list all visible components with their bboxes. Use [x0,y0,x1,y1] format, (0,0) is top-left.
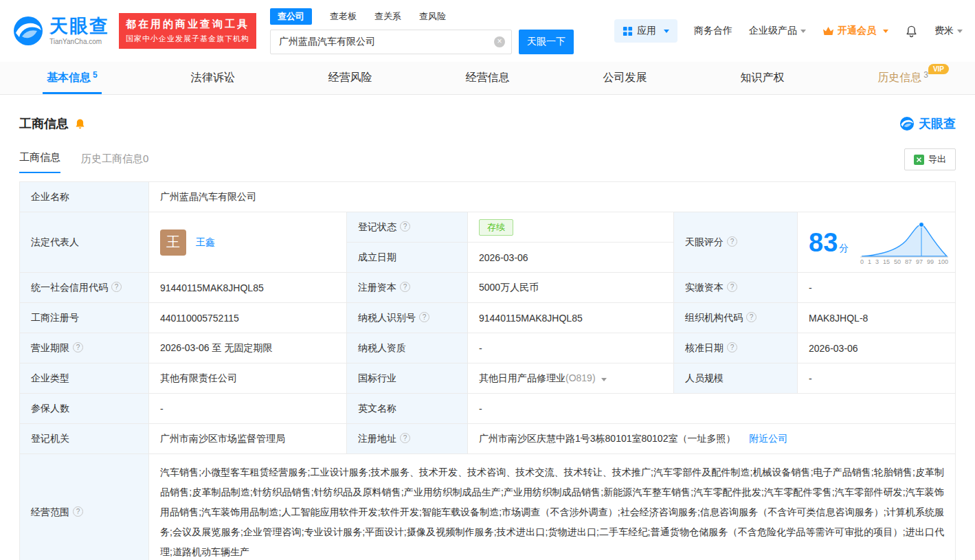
field-label: 登记状态 [347,212,468,243]
help-icon[interactable] [400,221,410,232]
company-nav-tabs: 基本信息 5 法律诉讼 经营风险 经营信息 公司发展 知识产权 历史信息 3 V… [0,62,975,95]
staff-size-value: - [798,363,956,394]
help-icon[interactable] [111,282,122,292]
search-tabs: 查公司 查老板 查关系 查风险 [270,8,574,25]
field-label: 纳税人资质 [347,333,468,363]
help-icon[interactable] [727,236,737,247]
help-icon[interactable] [400,282,410,292]
search-tab-relation[interactable]: 查关系 [374,10,401,23]
reg-capital-value: 5000万人民币 [468,273,674,303]
search-area: 查公司 查老板 查关系 查风险 天眼一下 [270,8,574,54]
subtab-current-business-info[interactable]: 工商信息 [19,151,60,173]
legal-rep-avatar[interactable]: 王 [160,229,186,256]
search-button[interactable]: 天眼一下 [519,30,574,54]
field-label: 纳税人识别号 [347,303,468,333]
help-icon[interactable] [73,342,83,352]
tianyancha-logo[interactable]: 天眼查 TianYanCha.com [12,15,109,47]
org-code-value: MAK8JHQL-8 [798,303,956,333]
taxpayer-no-value: 91440115MAK8JHQL85 [468,303,674,333]
tab-operating-info[interactable]: 经营信息 [462,62,514,94]
subscribe-bell-icon[interactable] [74,118,86,130]
apps-grid-icon [623,26,633,36]
help-icon[interactable] [727,342,737,352]
company-type-value: 其他有限责任公司 [149,363,347,394]
site-header: 天眼查 TianYanCha.com 都在用的商业查询工具 国家中小企业发展子基… [0,0,975,62]
table-row: 企业名称 广州蓝晶汽车有限公司 [20,182,956,212]
tab-operating-risk[interactable]: 经营风险 [324,62,377,94]
legal-rep-link[interactable]: 王鑫 [196,236,215,247]
tab-label: 知识产权 [740,71,784,85]
authority-value: 广州市南沙区市场监督管理局 [149,424,347,454]
watermark-logo-text: 天眼查 [919,115,956,132]
field-label: 组织机构代码 [674,303,798,333]
field-label: 英文名称 [347,394,468,424]
search-tab-risk[interactable]: 查风险 [419,10,446,23]
tab-legal-proceedings[interactable]: 法律诉讼 [187,62,239,94]
nearby-companies-link[interactable]: 附近公司 [749,433,787,444]
apps-menu[interactable]: 应用 [614,19,677,43]
user-menu[interactable]: 费米 [934,25,963,37]
tab-intellectual-property[interactable]: 知识产权 [736,62,788,94]
search-input[interactable] [270,30,512,54]
search-tab-boss[interactable]: 查老板 [330,10,357,23]
industry-code: (O819) [565,372,596,383]
field-label: 登记机关 [20,424,149,454]
field-label: 天眼评分 [674,212,798,273]
status-badge: 存续 [479,219,513,236]
legal-rep-cell: 王 王鑫 [149,212,347,273]
field-label: 统一社会信用代码 [20,273,149,303]
insured-value: - [149,394,347,424]
industry-value: 其他日用产品修理业 [479,372,565,383]
enterprise-products-menu[interactable]: 企业级产品 [749,25,806,37]
help-icon[interactable] [419,312,429,322]
header-right: 应用 商务合作 企业级产品 开通会员 费米 [614,19,963,43]
slogan-line1: 都在用的商业查询工具 [126,18,249,31]
tab-history-info[interactable]: 历史信息 3 VIP [873,62,932,94]
business-cooperation-link[interactable]: 商务合作 [694,25,732,37]
help-icon[interactable] [727,282,737,292]
help-icon[interactable] [73,506,83,517]
chevron-down-icon[interactable] [601,378,607,381]
tab-label: 基本信息 [47,71,91,85]
status-cell: 存续 [468,212,674,243]
membership-label: 开通会员 [838,25,876,37]
help-icon[interactable] [400,433,410,443]
table-row: 工商注册号 440110005752115 纳税人识别号 91440115MAK… [20,303,956,333]
field-label: 人员规模 [674,363,798,394]
paid-capital-value: - [798,273,956,303]
score-axis: 013 155087 9799100 [860,258,948,265]
field-label: 实缴资本 [674,273,798,303]
membership-link[interactable]: 开通会员 [822,25,888,37]
table-row: 经营范围 汽车销售;小微型客车租赁经营服务;工业设计服务;技术服务、技术开发、技… [20,454,956,560]
tab-basic-info[interactable]: 基本信息 5 [43,62,102,94]
tab-company-development[interactable]: 公司发展 [598,62,651,94]
help-icon[interactable] [746,312,757,322]
tab-label: 公司发展 [603,71,647,85]
field-label: 法定代表人 [20,212,149,273]
table-row: 参保人数 - 英文名称 - [20,394,956,424]
logo-text: 天眼查 [49,17,109,36]
address-cell: 广州市南沙区庆慧中路1号3栋80101室80102室（一址多照） 附近公司 [468,424,956,454]
company-name-value: 广州蓝晶汽车有限公司 [149,182,956,212]
field-label: 营业期限 [20,333,149,363]
field-label: 核准日期 [674,333,798,363]
apps-label: 应用 [637,25,656,37]
field-label: 国标行业 [347,363,468,394]
notification-bell-icon[interactable] [905,25,918,38]
logo-subtext: TianYanCha.com [49,38,109,45]
export-button[interactable]: 导出 [904,148,956,170]
clear-icon[interactable] [494,36,505,47]
established-value: 2026-03-06 [468,243,674,273]
subtab-history-business-info[interactable]: 历史工商信息0 [81,153,148,173]
search-tab-company[interactable]: 查公司 [270,8,312,25]
section-title: 工商信息 [19,115,69,132]
tianyancha-logo-icon [899,116,915,131]
address-value: 广州市南沙区庆慧中路1号3栋80101室80102室（一址多照） [479,433,735,444]
approval-date-value: 2026-03-06 [798,333,956,363]
main-content: 工商信息 天眼查 工商信息 历史工商信息0 导出 [0,115,975,560]
score-value[interactable]: 83分 [809,229,849,256]
crown-icon [822,27,834,36]
table-row: 营业期限 2026-03-06 至 无固定期限 纳税人资质 - 核准日期 202… [20,333,956,363]
brand-slogan: 都在用的商业查询工具 国家中小企业发展子基金旗下机构 [119,13,256,49]
tab-label: 经营信息 [466,71,510,85]
